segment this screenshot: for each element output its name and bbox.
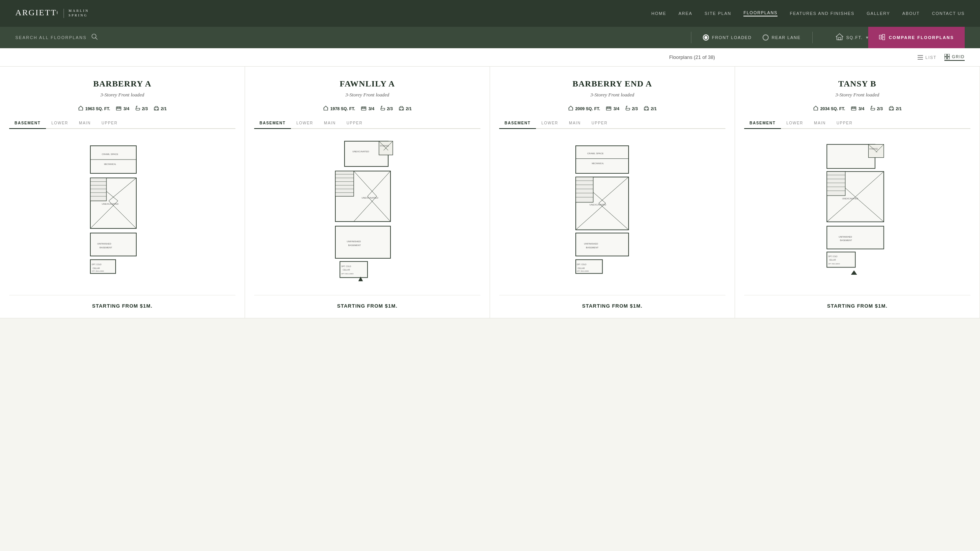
card-price-1: STARTING FROM $1M. xyxy=(254,295,480,318)
tabs-tansy-b: BASEMENT LOWER MAIN UPPER xyxy=(744,118,970,129)
search-icon[interactable] xyxy=(91,33,98,42)
spec-beds-barberry-end-a: 3/4 xyxy=(606,106,619,112)
svg-rect-44 xyxy=(361,108,366,110)
tabs-barberry-end-a: BASEMENT LOWER MAIN UPPER xyxy=(499,118,725,129)
parking-icon-2 xyxy=(644,106,649,112)
grid-icon xyxy=(944,54,950,59)
compare-button[interactable]: COMPARE FLOORPLANS xyxy=(868,27,965,48)
sqft-value-3: 2034 SQ. FT. xyxy=(820,106,845,111)
nav-site-plan[interactable]: SITE PLAN xyxy=(704,11,731,16)
home-spec-icon-1 xyxy=(323,106,328,112)
spec-beds-fawnlily-a: 3/4 xyxy=(361,106,374,112)
tab-lower-2[interactable]: LOWER xyxy=(536,118,564,128)
sqft-value-1: 1978 SQ. FT. xyxy=(330,106,355,111)
nav-gallery[interactable]: GALLERY xyxy=(867,11,890,16)
svg-rect-9 xyxy=(918,57,923,58)
main-nav: HOME AREA SITE PLAN FLOORPLANS FEATURES … xyxy=(652,10,965,16)
svg-text:MECHANICAL: MECHANICAL xyxy=(104,163,116,165)
svg-text:OPT. COLD: OPT. COLD xyxy=(577,264,586,266)
svg-point-20 xyxy=(157,109,158,110)
svg-text:CELLAR: CELLAR xyxy=(829,259,836,261)
sqft-selector[interactable]: SQ.FT. ▾ xyxy=(836,33,868,42)
tab-main-3[interactable]: MAIN xyxy=(808,118,831,128)
beds-value-2: 3/4 xyxy=(613,106,619,111)
svg-point-82 xyxy=(647,109,648,110)
spec-baths-tansy-b: 2/3 xyxy=(871,106,883,112)
floorplan-image-3[interactable]: STORAGE UNEXCAVATED UNFINISHED BASEMENT xyxy=(744,129,970,291)
svg-rect-108 xyxy=(854,107,855,108)
svg-text:BASEMENT: BASEMENT xyxy=(100,246,112,249)
tab-upper-0[interactable]: UPPER xyxy=(96,118,123,128)
svg-text:UNEXCAVATED: UNEXCAVATED xyxy=(361,197,378,199)
tab-upper-1[interactable]: UPPER xyxy=(341,118,368,128)
svg-point-49 xyxy=(402,109,403,110)
svg-text:OPT. COLD: OPT. COLD xyxy=(828,256,838,258)
bed-icon-1 xyxy=(361,106,366,112)
card-price-0: STARTING FROM $1M. xyxy=(9,295,235,318)
tab-main-1[interactable]: MAIN xyxy=(318,118,341,128)
svg-rect-13 xyxy=(944,57,947,59)
floorplan-svg-3: STORAGE UNEXCAVATED UNFINISHED BASEMENT xyxy=(812,140,903,280)
svg-text:OPT. INCLUDED: OPT. INCLUDED xyxy=(341,273,353,275)
radio-rear-lane[interactable]: REAR LANE xyxy=(763,34,801,41)
floorplan-image-0[interactable]: CRAWL SPACE MECHANICAL UNEXCAVATED UNFIN… xyxy=(9,129,235,291)
tabs-barberry-a: BASEMENT LOWER MAIN UPPER xyxy=(9,118,235,129)
radio-rear-lane-circle xyxy=(763,34,769,41)
svg-rect-45 xyxy=(362,107,363,108)
tab-upper-3[interactable]: UPPER xyxy=(831,118,858,128)
svg-text:UNFINISHED: UNFINISHED xyxy=(584,243,598,245)
card-subtitle-barberry-end-a: 3-Storey Front loaded xyxy=(499,92,725,98)
tab-lower-1[interactable]: LOWER xyxy=(291,118,318,128)
tab-basement-1[interactable]: BASEMENT xyxy=(254,118,291,129)
grid-view-button[interactable]: GRID xyxy=(944,54,965,61)
floorplan-image-2[interactable]: CRAWL SPACE MECHANICAL UNEXCAVATED UNFIN… xyxy=(499,129,725,291)
svg-text:OPT. COLD: OPT. COLD xyxy=(91,264,101,266)
svg-text:BASEMENT: BASEMENT xyxy=(840,239,852,241)
svg-rect-31 xyxy=(90,178,106,201)
parking-value-0: 2/1 xyxy=(161,106,167,111)
svg-text:OPT. INCLUDED: OPT. INCLUDED xyxy=(828,263,840,265)
view-toggle: LIST GRID xyxy=(918,54,965,61)
svg-text:UNEXCAVATED: UNEXCAVATED xyxy=(842,198,858,200)
tab-main-2[interactable]: MAIN xyxy=(564,118,586,128)
nav-contact[interactable]: CONTACT US xyxy=(932,11,965,16)
svg-rect-14 xyxy=(947,57,950,59)
radio-rear-lane-label: REAR LANE xyxy=(772,35,801,40)
tab-basement-2[interactable]: BASEMENT xyxy=(499,118,536,129)
svg-text:CELLAR: CELLAR xyxy=(343,269,350,271)
card-specs-barberry-a: 1963 SQ. FT. 3/4 2/3 2/1 xyxy=(9,106,235,112)
floorplan-image-1[interactable]: UNEXCAVATED STORAGE UN xyxy=(254,129,480,291)
tab-lower-3[interactable]: LOWER xyxy=(781,118,808,128)
spec-beds-tansy-b: 3/4 xyxy=(851,106,864,112)
radio-front-loaded[interactable]: FRONT LOADED xyxy=(703,34,752,41)
tab-basement-3[interactable]: BASEMENT xyxy=(744,118,781,129)
nav-features[interactable]: FEATURES AND FINISHES xyxy=(790,11,854,16)
house-icon xyxy=(836,33,843,42)
nav-home[interactable]: HOME xyxy=(652,11,666,16)
tab-basement-0[interactable]: BASEMENT xyxy=(9,118,46,129)
nav-area[interactable]: AREA xyxy=(679,11,693,16)
parking-value-3: 2/1 xyxy=(896,106,902,111)
search-bar: SEARCH ALL FLOORPLANS FRONT LOADED REAR … xyxy=(0,27,980,48)
nav-about[interactable]: ABOUT xyxy=(902,11,920,16)
svg-rect-8 xyxy=(918,55,923,56)
card-subtitle-fawnlily-a: 3-Storey Front loaded xyxy=(254,92,480,98)
parking-value-1: 2/1 xyxy=(406,106,412,111)
svg-text:CELLAR: CELLAR xyxy=(577,267,585,269)
home-spec-icon xyxy=(78,106,83,112)
tab-lower-0[interactable]: LOWER xyxy=(46,118,74,128)
tab-upper-2[interactable]: UPPER xyxy=(586,118,613,128)
nav-floorplans[interactable]: FLOORPLANS xyxy=(743,10,777,16)
baths-value-1: 2/3 xyxy=(387,106,393,111)
tab-main-0[interactable]: MAIN xyxy=(74,118,96,128)
spec-baths-barberry-end-a: 2/3 xyxy=(626,106,638,112)
svg-text:STORAGE: STORAGE xyxy=(869,148,877,150)
svg-rect-16 xyxy=(117,107,118,108)
bath-icon-3 xyxy=(871,106,875,112)
card-specs-barberry-end-a: 2009 SQ. FT. 3/4 2/3 2/1 xyxy=(499,106,725,112)
svg-point-48 xyxy=(400,109,401,110)
card-barberry-a: BARBERRY A 3-Storey Front loaded 1963 SQ… xyxy=(0,67,245,318)
list-view-button[interactable]: LIST xyxy=(918,55,936,60)
floorplan-svg-0: CRAWL SPACE MECHANICAL UNEXCAVATED UNFIN… xyxy=(77,141,168,279)
floorplan-count: Floorplans (21 of 38) xyxy=(467,54,918,60)
